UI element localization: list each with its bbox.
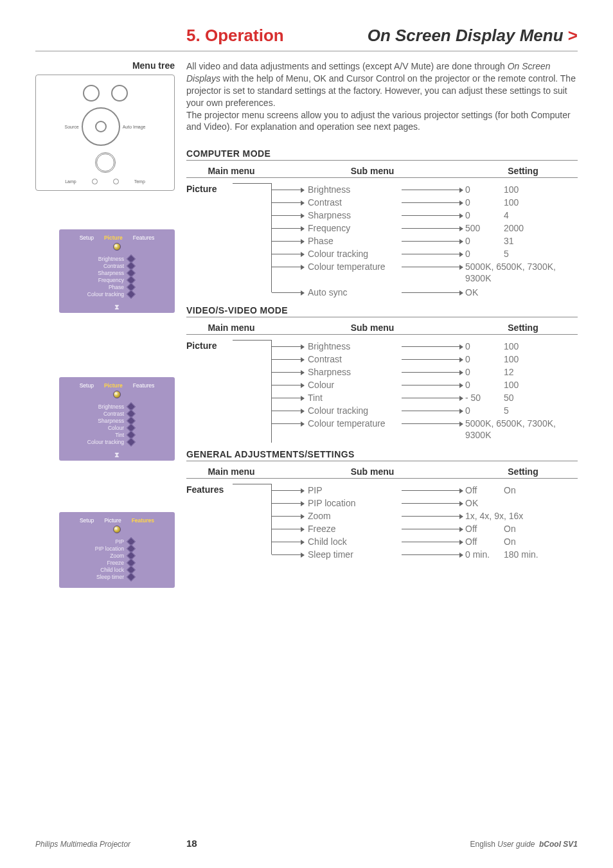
column-headers: Main menu Sub menu Setting [186, 321, 578, 335]
computer-mode-heading: COMPUTER MODE [186, 148, 578, 161]
ok-button-icon [95, 152, 116, 173]
remote-illustration: Source Auto Image Lamp Temp [35, 75, 175, 191]
intro-paragraph: All video and data adjustments and setti… [186, 60, 578, 133]
column-headers: Main menu Sub menu Setting [186, 164, 578, 178]
osd-preview-computer: Setup Picture Features Brightness Contra… [59, 229, 175, 313]
lamp-label: Lamp [65, 179, 76, 184]
video-tree: Picture Brightness0100 Contrast0100 Shar… [186, 340, 578, 443]
auto-image-label: Auto Image [123, 125, 146, 129]
column-headers: Main menu Sub menu Setting [186, 465, 578, 479]
video-mode-heading: VIDEO/S-VIDEO MODE [186, 305, 578, 317]
menu-tree-label: Menu tree [35, 60, 175, 71]
section-heading: 5. Operation [186, 26, 284, 46]
menu-button-icon [83, 85, 100, 102]
general-tree: Features PIPOffOn PIP locationOK Zoom1x,… [186, 484, 578, 561]
osd-preview-video: Setup Picture Features Brightness Contra… [59, 377, 175, 461]
dpad-icon [82, 107, 120, 146]
source-label: Source [65, 125, 79, 129]
page-title: On Screen Display Menu > [368, 26, 578, 46]
page-footer: Philips Multimedia Projector 18 English … [35, 825, 578, 849]
temp-label: Temp [134, 179, 145, 184]
computer-tree: Picture Brightness0100 Contrast0100 Shar… [186, 183, 578, 299]
osd-preview-features: Setup Picture Features PIP PIP location … [59, 512, 175, 588]
general-heading: GENERAL ADJUSTMENTS/SETTINGS [186, 449, 578, 461]
menu-button-icon [111, 85, 128, 102]
